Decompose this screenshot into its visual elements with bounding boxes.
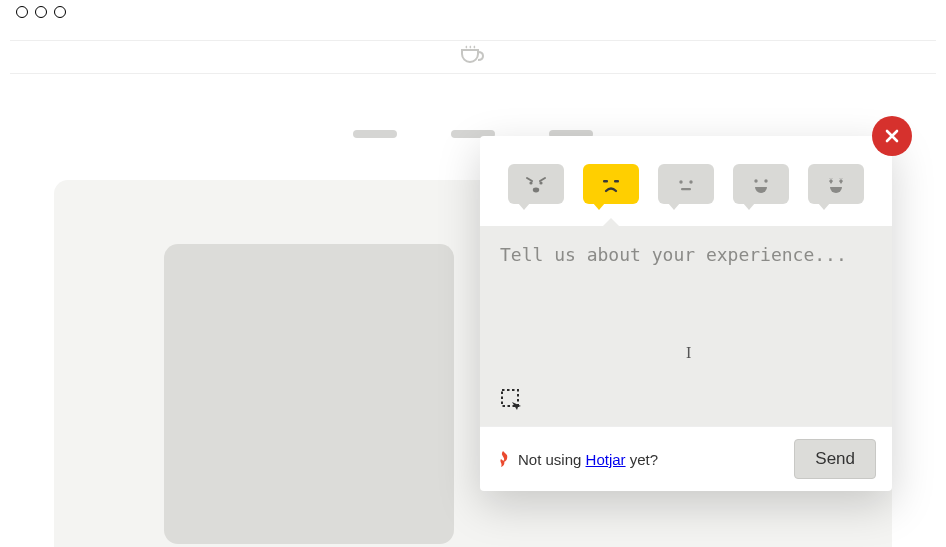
close-button[interactable] xyxy=(872,116,912,156)
send-button[interactable]: Send xyxy=(794,439,876,479)
traffic-light-zoom[interactable] xyxy=(54,6,66,18)
neutral-face-icon xyxy=(671,173,701,195)
window-traffic-lights xyxy=(16,6,66,18)
site-topbar xyxy=(10,40,936,74)
rating-angry[interactable] xyxy=(508,164,564,204)
svg-point-1 xyxy=(539,181,542,184)
feedback-widget: I Not using Hotjar yet? Send xyxy=(480,136,892,491)
widget-footer: Not using Hotjar yet? Send xyxy=(480,426,892,491)
hero-image-placeholder xyxy=(164,244,454,544)
close-icon xyxy=(884,128,900,144)
svg-rect-4 xyxy=(614,180,619,182)
promo-prefix: Not using xyxy=(518,451,586,468)
traffic-light-minimize[interactable] xyxy=(35,6,47,18)
svg-rect-7 xyxy=(681,188,691,190)
svg-point-5 xyxy=(679,180,682,183)
angry-face-icon xyxy=(521,173,551,195)
screenshot-select-button[interactable] xyxy=(500,388,524,412)
hotjar-flame-icon xyxy=(496,450,510,468)
sad-face-icon xyxy=(596,173,626,195)
svg-point-8 xyxy=(754,179,757,182)
svg-rect-3 xyxy=(603,180,608,182)
traffic-light-close[interactable] xyxy=(16,6,28,18)
rating-sad[interactable] xyxy=(583,164,639,204)
feedback-textarea-wrap: I xyxy=(480,226,892,426)
rating-happy[interactable] xyxy=(733,164,789,204)
svg-point-2 xyxy=(533,188,539,193)
promo-suffix: yet? xyxy=(626,451,659,468)
svg-point-9 xyxy=(764,179,767,182)
happy-face-icon xyxy=(746,173,776,195)
selected-caret-icon xyxy=(603,218,619,226)
site-logo-cup-icon xyxy=(443,40,503,74)
nav-item-placeholder xyxy=(353,130,397,138)
rating-love[interactable] xyxy=(808,164,864,204)
svg-point-6 xyxy=(689,180,692,183)
love-face-icon xyxy=(821,173,851,195)
rating-neutral[interactable] xyxy=(658,164,714,204)
marquee-cursor-icon xyxy=(500,388,524,412)
promo-text: Not using Hotjar yet? xyxy=(496,450,658,468)
rating-row xyxy=(480,136,892,226)
promo-link[interactable]: Hotjar xyxy=(586,451,626,468)
svg-point-0 xyxy=(529,181,532,184)
text-cursor-icon: I xyxy=(686,344,691,362)
